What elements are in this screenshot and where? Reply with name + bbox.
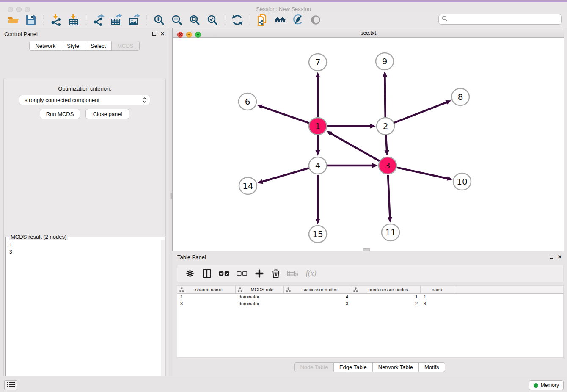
- window-titlebar: Session: New Session: [0, 2, 567, 12]
- graph-node-11[interactable]: 11: [382, 224, 399, 241]
- edge-2-3[interactable]: [386, 135, 387, 151]
- table-cell[interactable]: 3: [177, 301, 236, 307]
- zoom-selected-icon[interactable]: [206, 14, 219, 26]
- table-cell[interactable]: 1: [421, 294, 456, 301]
- table-cell[interactable]: 2: [351, 301, 421, 307]
- node-label: 14: [242, 181, 253, 191]
- table-float-icon[interactable]: [550, 254, 553, 259]
- edge-arrowhead: [372, 163, 378, 168]
- table-cell[interactable]: dominator: [236, 301, 284, 307]
- graph-node-9[interactable]: 9: [376, 53, 394, 70]
- close-panel-icon[interactable]: ✕: [160, 31, 165, 36]
- table-row[interactable]: 1dominator411: [177, 294, 563, 301]
- export-network-icon[interactable]: [92, 14, 105, 26]
- node-label: 9: [382, 56, 388, 66]
- network-graph[interactable]: 7968124314101511: [173, 38, 564, 251]
- graph-node-2[interactable]: 2: [377, 118, 394, 135]
- memory-button[interactable]: Memory: [529, 380, 564, 390]
- tab-network[interactable]: Network: [29, 41, 61, 51]
- table-close-icon[interactable]: ✕: [558, 254, 562, 259]
- table-cell[interactable]: 1: [351, 294, 421, 301]
- graph-node-14[interactable]: 14: [239, 177, 257, 194]
- edge-3-10[interactable]: [397, 168, 448, 179]
- graph-node-8[interactable]: 8: [451, 88, 469, 105]
- tab-node-table[interactable]: Node Table: [294, 362, 334, 372]
- table-cell[interactable]: 4: [284, 294, 351, 301]
- deselect-all-checkboxes-icon[interactable]: [237, 270, 248, 277]
- toolbar-separator: [250, 14, 250, 26]
- column-header-successor-nodes[interactable]: successor nodes: [284, 286, 351, 293]
- edge-4-14[interactable]: [262, 168, 309, 182]
- search-icon: [441, 15, 448, 24]
- close-panel-button[interactable]: Close panel: [85, 109, 129, 119]
- criterion-dropdown[interactable]: strongly connected component: [19, 95, 150, 105]
- table-cell[interactable]: 1: [177, 294, 236, 301]
- export-image-icon[interactable]: [128, 14, 140, 26]
- tab-style[interactable]: Style: [61, 41, 85, 51]
- open-session-icon[interactable]: [7, 14, 19, 26]
- mcds-result-title: MCDS result (2 nodes): [9, 234, 68, 240]
- add-row-icon[interactable]: [254, 268, 264, 279]
- node-label: 8: [458, 92, 463, 102]
- table-row[interactable]: 3dominator323: [177, 301, 563, 307]
- graph-node-15[interactable]: 15: [309, 226, 327, 243]
- splitter-grip-icon[interactable]: [170, 193, 172, 199]
- save-session-icon[interactable]: [25, 14, 37, 26]
- delete-table-icon: [287, 269, 298, 278]
- edge-2-9[interactable]: [385, 76, 385, 117]
- edge-3-1[interactable]: [330, 133, 380, 161]
- delete-row-icon[interactable]: [271, 268, 281, 279]
- import-table-icon[interactable]: [67, 14, 80, 26]
- node-label: 10: [457, 177, 467, 187]
- column-header-MCDS-role[interactable]: MCDS role: [236, 286, 284, 293]
- toolbar-separator: [225, 14, 225, 26]
- table-toolbar: f(x): [177, 265, 564, 282]
- column-header-shared-name[interactable]: shared name: [177, 286, 236, 293]
- show-panels-button[interactable]: [4, 380, 17, 390]
- tab-motifs[interactable]: Motifs: [419, 362, 445, 372]
- node-label: 7: [315, 57, 321, 67]
- edge-2-8[interactable]: [394, 102, 447, 123]
- ndex-home-icon[interactable]: [274, 14, 286, 26]
- column-header-predecessor-nodes[interactable]: predecessor nodes: [351, 286, 421, 293]
- show-columns-icon[interactable]: [202, 268, 212, 279]
- import-network-icon[interactable]: [50, 14, 62, 26]
- hide-graphics-details-icon[interactable]: [292, 14, 304, 26]
- tab-network-table[interactable]: Network Table: [373, 362, 419, 372]
- select-all-checkboxes-icon[interactable]: [219, 270, 230, 277]
- zoom-in-icon[interactable]: [153, 14, 165, 26]
- clone-network-icon[interactable]: [256, 14, 269, 26]
- search-input[interactable]: [448, 15, 561, 24]
- tab-mcds[interactable]: MCDS: [112, 41, 139, 51]
- search-box[interactable]: [438, 14, 562, 25]
- export-table-icon[interactable]: [110, 14, 123, 26]
- float-panel-icon[interactable]: [152, 31, 156, 36]
- tab-select[interactable]: Select: [85, 41, 112, 51]
- table-cell[interactable]: 3: [421, 301, 456, 307]
- graph-node-7[interactable]: 7: [309, 54, 327, 71]
- zoom-fit-icon[interactable]: [188, 14, 201, 26]
- result-scrollbar[interactable]: [161, 240, 165, 392]
- zoom-out-icon[interactable]: [171, 14, 183, 26]
- network-window-titlebar[interactable]: ✕−+ scc.txt: [173, 28, 564, 38]
- edge-1-6[interactable]: [261, 106, 309, 123]
- edge-3-11[interactable]: [388, 175, 390, 218]
- node-table[interactable]: shared nameMCDS rolesuccessor nodesprede…: [177, 285, 564, 358]
- mcds-result-text[interactable]: 13: [6, 240, 161, 392]
- criterion-dropdown-value: strongly connected component: [25, 97, 99, 103]
- graph-node-6[interactable]: 6: [239, 93, 256, 110]
- apply-layout-icon[interactable]: [231, 14, 244, 26]
- node-label: 2: [383, 121, 388, 131]
- graph-node-3[interactable]: 3: [379, 157, 396, 174]
- table-mode-gear-icon[interactable]: [185, 268, 195, 279]
- run-mcds-button[interactable]: Run MCDS: [40, 109, 80, 119]
- table-cell[interactable]: dominator: [236, 294, 284, 301]
- graph-node-10[interactable]: 10: [453, 173, 471, 190]
- birds-eye-view-icon[interactable]: [309, 14, 322, 26]
- column-header-name[interactable]: name: [421, 286, 456, 293]
- table-cell[interactable]: 3: [284, 301, 351, 307]
- tab-edge-table[interactable]: Edge Table: [334, 362, 373, 372]
- graph-node-4[interactable]: 4: [309, 157, 327, 174]
- graph-node-1[interactable]: 1: [309, 118, 327, 135]
- panel-splitter[interactable]: [169, 28, 172, 376]
